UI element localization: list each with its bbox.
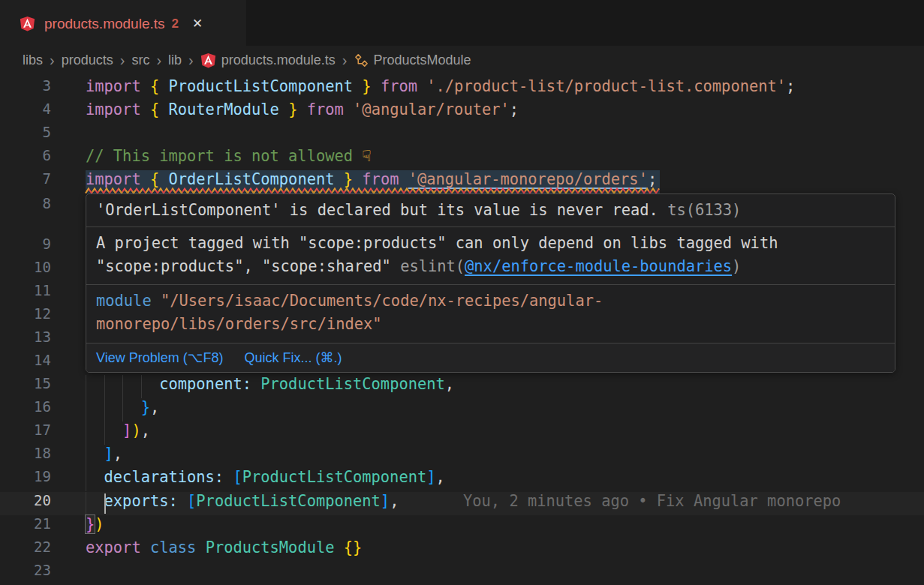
line-number[interactable]: 21 [0, 515, 51, 538]
line-number[interactable]: 3 [0, 77, 51, 100]
code-line[interactable]: component: ProductListComponent, [86, 375, 924, 398]
chevron-right-icon: › [120, 52, 125, 68]
breadcrumb-item-src[interactable]: src [131, 52, 149, 68]
indent-guide [104, 375, 105, 398]
indent-guide [104, 398, 105, 422]
line-number[interactable]: 6 [0, 147, 51, 170]
chevron-right-icon: › [342, 52, 348, 68]
code-line[interactable]: exports: [ProductListComponent],You, 2 m… [86, 492, 924, 515]
line-number[interactable]: 19 [0, 468, 51, 491]
angular-icon [200, 52, 216, 68]
indent-guide [86, 468, 86, 491]
indent-guide [86, 375, 86, 398]
tab-products-module[interactable]: products.module.ts 2 ✕ [0, 0, 246, 46]
code-line[interactable]: declarations: [ProductListComponent], [86, 468, 924, 491]
hover-section-module-info: module "/Users/isaac/Documents/code/nx-r… [86, 285, 895, 344]
chevron-right-icon: › [50, 52, 55, 68]
code-line[interactable]: }, [86, 398, 924, 422]
indent-guide [141, 375, 142, 398]
breadcrumb-item-lib[interactable]: lib [168, 52, 182, 68]
pointing-down-icon: ☟ [362, 147, 371, 165]
rule-link[interactable]: @nx/enforce-module-boundaries [465, 257, 732, 275]
breadcrumb-item-products-module-ts[interactable]: products.module.ts [200, 52, 336, 68]
angular-icon-slot [20, 16, 35, 32]
line-number[interactable]: 23 [0, 562, 51, 585]
hover-popup: 'OrderListComponent' is declared but its… [86, 194, 895, 373]
tab-title: products.module.ts [44, 16, 165, 32]
line-number[interactable]: 8 [0, 195, 51, 218]
code-line[interactable] [86, 562, 924, 585]
code-line[interactable]: ]), [86, 422, 924, 445]
angular-icon [20, 16, 35, 32]
chevron-right-icon: › [156, 52, 161, 68]
line-number[interactable]: 4 [0, 100, 51, 124]
text-cursor [104, 494, 106, 514]
breadcrumb-item-products[interactable]: products [62, 52, 113, 68]
git-blame-annotation: You, 2 minutes ago • Fix Angular monorep… [463, 492, 841, 510]
close-icon[interactable]: ✕ [192, 16, 203, 32]
indent-guide [86, 398, 86, 422]
line-number[interactable]: 15 [0, 375, 51, 398]
vscode-window: 3import { ProductListComponent } from '.… [0, 0, 924, 585]
line-number[interactable]: 7 [0, 170, 51, 194]
code-line[interactable]: // This import is not allowed ☟ [86, 147, 924, 170]
line-number[interactable]: 22 [0, 538, 51, 562]
line-number[interactable]: 16 [0, 398, 51, 422]
code-line[interactable] [86, 124, 924, 147]
indent-guide [122, 375, 123, 398]
breadcrumb-label: libs [23, 52, 43, 68]
indent-guide [104, 422, 105, 445]
breadcrumb-label: ProductsModule [374, 52, 471, 68]
code-line[interactable]: ], [86, 445, 924, 468]
line-number[interactable]: 11 [0, 282, 51, 305]
class-icon [354, 53, 369, 68]
breadcrumb: libs›products›src›lib›products.module.ts… [0, 46, 924, 75]
line-number[interactable]: 9 [0, 236, 51, 259]
code-line[interactable]: export class ProductsModule {} [86, 538, 924, 562]
hover-section-ts-diagnostic: 'OrderListComponent' is declared but its… [86, 194, 895, 227]
line-number[interactable]: 13 [0, 328, 51, 352]
indent-guide [86, 422, 86, 445]
line-number[interactable]: 5 [0, 124, 51, 147]
line-number[interactable]: 18 [0, 445, 51, 468]
hover-section-eslint-diagnostic: A project tagged with "scope:products" c… [86, 227, 895, 285]
breadcrumb-item-productsmodule[interactable]: ProductsModule [354, 52, 471, 68]
hover-action-view-problem[interactable]: View Problem (⌥F8) [96, 350, 223, 366]
indent-guide [86, 492, 86, 515]
line-number[interactable]: 17 [0, 422, 51, 445]
indent-guide [86, 445, 86, 468]
line-number[interactable]: 12 [0, 305, 51, 328]
line-number[interactable]: 10 [0, 259, 51, 282]
breadcrumb-item-libs[interactable]: libs [23, 52, 43, 68]
breadcrumb-label: src [131, 52, 149, 68]
hover-actions: View Problem (⌥F8)Quick Fix... (⌘.) [86, 344, 895, 372]
indent-guide [122, 398, 123, 422]
line-number[interactable]: 20 [0, 492, 51, 515]
hover-action-quick-fix[interactable]: Quick Fix... (⌘.) [244, 350, 342, 366]
tab-bar: products.module.ts 2 ✕ [0, 0, 924, 46]
code-line[interactable]: import { RouterModule } from '@angular/r… [86, 100, 924, 124]
line-number[interactable]: 14 [0, 352, 51, 375]
code-line[interactable]: import { ProductListComponent } from './… [86, 77, 924, 100]
breadcrumb-label: products.module.ts [221, 52, 336, 68]
code-line[interactable]: }) [86, 515, 924, 538]
breadcrumb-label: products [62, 52, 113, 68]
chevron-right-icon: › [188, 52, 194, 68]
breadcrumb-label: lib [168, 52, 182, 68]
tab-problems-badge: 2 [172, 16, 179, 32]
